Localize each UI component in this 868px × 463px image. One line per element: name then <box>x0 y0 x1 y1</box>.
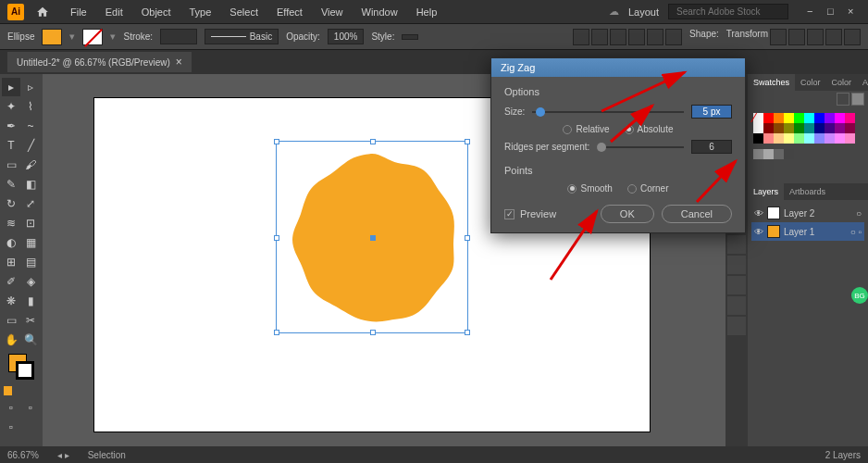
gradient-mode-btn[interactable] <box>17 386 25 395</box>
panel-icon-6[interactable] <box>727 256 746 274</box>
mesh-tool[interactable]: ⊞ <box>2 253 20 271</box>
type-tool[interactable]: T <box>2 136 20 155</box>
close-icon[interactable]: × <box>848 6 861 19</box>
swatch-view-list[interactable] <box>837 93 849 106</box>
home-icon[interactable] <box>33 3 52 21</box>
absolute-radio[interactable]: Absolute <box>625 124 674 134</box>
maximize-icon[interactable]: □ <box>827 6 840 19</box>
tab-close-icon[interactable]: × <box>176 56 182 69</box>
rotate-tool[interactable]: ↻ <box>2 194 20 213</box>
layer-item-1[interactable]: 👁 Layer 1 ○ ▫ <box>751 222 864 241</box>
shape-btn-label[interactable]: Shape: <box>689 29 719 45</box>
line-tool[interactable]: ╱ <box>21 136 40 155</box>
slice-tool[interactable]: ✂ <box>21 311 40 330</box>
fill-color-swatch[interactable] <box>42 29 62 45</box>
menu-select[interactable]: Select <box>222 3 266 21</box>
draw-mode-2[interactable]: ▫ <box>21 398 40 417</box>
lasso-tool[interactable]: ⌇ <box>21 97 40 116</box>
panel-icon-5[interactable] <box>727 235 746 254</box>
tab-color[interactable]: Color <box>795 74 826 91</box>
zoom-level[interactable]: 66.67% <box>7 450 39 460</box>
visibility-icon[interactable]: 👁 <box>754 208 763 219</box>
minimize-icon[interactable]: − <box>807 6 820 19</box>
rectangle-tool[interactable]: ▭ <box>2 156 20 174</box>
menu-edit[interactable]: Edit <box>98 3 130 21</box>
layer-item-2[interactable]: 👁 Layer 2 ○ <box>751 204 864 222</box>
magic-wand-tool[interactable]: ✦ <box>2 97 20 116</box>
relative-radio[interactable]: Relative <box>563 124 609 134</box>
brush-dropdown[interactable]: Basic <box>205 29 279 44</box>
curvature-tool[interactable]: ~ <box>21 117 40 135</box>
cancel-button[interactable]: Cancel <box>662 205 732 223</box>
artboard-tool[interactable]: ▭ <box>2 311 20 330</box>
menu-file[interactable]: File <box>63 3 94 21</box>
perspective-tool[interactable]: ▦ <box>21 233 40 252</box>
ok-button[interactable]: OK <box>601 205 654 223</box>
size-input[interactable] <box>691 105 732 119</box>
style-dropdown[interactable] <box>402 34 418 40</box>
smooth-radio[interactable]: Smooth <box>567 183 612 194</box>
extra-btn-3[interactable] <box>807 29 824 45</box>
tab-swatches[interactable]: Swatches <box>748 74 795 91</box>
tab-layers[interactable]: Layers <box>748 183 784 200</box>
visibility-icon[interactable]: 👁 <box>754 227 763 237</box>
panel-icon-9[interactable] <box>727 317 746 335</box>
align-btn-2[interactable] <box>591 29 608 45</box>
align-btn-4[interactable] <box>628 29 645 45</box>
ellipse-shape[interactable] <box>279 144 465 330</box>
search-input[interactable] <box>668 4 788 19</box>
tab-align[interactable]: Align <box>857 74 868 91</box>
transform-btn[interactable]: Transform <box>726 29 768 45</box>
color-mode-btn[interactable] <box>4 386 12 395</box>
gradient-tool[interactable]: ▤ <box>21 253 40 271</box>
document-tab[interactable]: Untitled-2* @ 66.67% (RGB/Preview) × <box>7 52 192 72</box>
direct-selection-tool[interactable]: ▹ <box>21 78 40 96</box>
blend-tool[interactable]: ◈ <box>21 272 40 291</box>
tab-color2[interactable]: Color <box>826 74 858 91</box>
swatches-grid[interactable]: ⁄ <box>748 107 868 165</box>
align-btn-3[interactable] <box>610 29 626 45</box>
none-mode-btn[interactable] <box>31 386 39 395</box>
shaper-tool[interactable]: ✎ <box>2 175 20 194</box>
selection-tool[interactable]: ▸ <box>2 78 20 96</box>
opacity-value[interactable]: 100% <box>328 29 365 44</box>
extra-btn-2[interactable] <box>788 29 805 45</box>
menu-object[interactable]: Object <box>134 3 179 21</box>
swatch-view-grid[interactable] <box>851 93 864 106</box>
extra-btn-5[interactable] <box>844 29 861 45</box>
ridges-input[interactable] <box>691 140 732 154</box>
corner-radio[interactable]: Corner <box>627 183 669 194</box>
eyedropper-tool[interactable]: ✐ <box>2 272 20 291</box>
align-btn-1[interactable] <box>573 29 589 45</box>
stroke-weight-input[interactable] <box>160 29 197 44</box>
column-graph-tool[interactable]: ▮ <box>21 292 40 310</box>
menu-help[interactable]: Help <box>409 3 445 21</box>
tab-artboards[interactable]: Artboards <box>784 183 831 200</box>
width-tool[interactable]: ≋ <box>2 214 20 232</box>
stroke-color-swatch[interactable] <box>82 29 103 45</box>
dialog-titlebar[interactable]: Zig Zag <box>491 58 745 77</box>
draw-mode-1[interactable]: ▫ <box>2 398 20 417</box>
cloud-icon[interactable]: ☁ <box>609 6 619 18</box>
pen-tool[interactable]: ✒ <box>2 117 20 135</box>
shape-builder-tool[interactable]: ◐ <box>2 233 20 252</box>
free-transform-tool[interactable]: ⊡ <box>21 214 40 232</box>
fill-stroke-indicator[interactable] <box>8 354 34 380</box>
align-btn-5[interactable] <box>647 29 663 45</box>
screen-mode[interactable]: ▫ <box>2 418 20 436</box>
layout-dropdown[interactable]: Layout <box>628 6 659 18</box>
scale-tool[interactable]: ⤢ <box>21 194 40 213</box>
preview-checkbox[interactable]: ✓ <box>504 209 515 219</box>
panel-icon-8[interactable] <box>727 296 746 315</box>
menu-type[interactable]: Type <box>182 3 219 21</box>
extra-btn-4[interactable] <box>825 29 842 45</box>
badge-icon[interactable]: BG <box>851 287 868 304</box>
hand-tool[interactable]: ✋ <box>2 331 20 349</box>
zoom-tool[interactable]: 🔍 <box>21 331 40 349</box>
paintbrush-tool[interactable]: 🖌 <box>21 156 40 174</box>
symbol-sprayer-tool[interactable]: ❋ <box>2 292 20 310</box>
ridges-slider[interactable] <box>597 146 684 148</box>
menu-view[interactable]: View <box>314 3 351 21</box>
size-slider[interactable] <box>532 111 684 113</box>
menu-effect[interactable]: Effect <box>269 3 310 21</box>
